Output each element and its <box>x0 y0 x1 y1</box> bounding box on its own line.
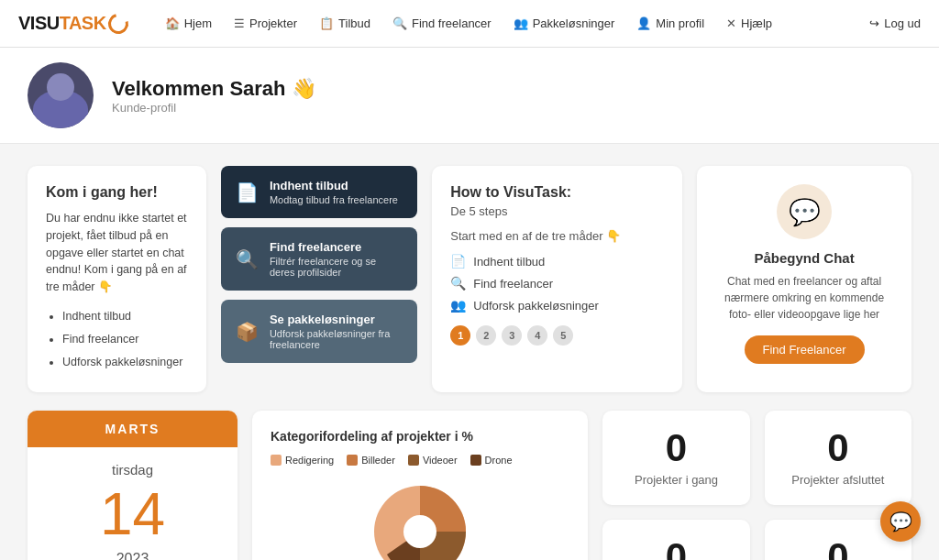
help-icon: ✕ <box>726 16 736 30</box>
nav-item-projekter[interactable]: ☰ Projekter <box>225 11 306 36</box>
action-btn-find-text: Find freelancere Filtrér freelancere og … <box>270 240 403 278</box>
action-btn-find[interactable]: 🔍 Find freelancere Filtrér freelancere o… <box>221 227 417 291</box>
chat-icon-wrap: 💬 <box>777 184 832 239</box>
step-dot-5[interactable]: 5 <box>553 325 573 346</box>
card-howto: How to VisuTask: De 5 steps Start med en… <box>432 166 682 392</box>
card-actions: 📄 Indhent tilbud Modtag tilbud fra freel… <box>221 166 417 392</box>
indhent-icon: 📄 <box>236 181 259 203</box>
stat-value-anmeldelser-givet: 0 <box>666 538 687 560</box>
calendar-year: 2023 <box>42 551 223 560</box>
tilbud-icon: 📋 <box>319 16 334 30</box>
avatar <box>28 62 94 128</box>
chart-legend: Redigering Billeder Videoer Drone <box>271 455 569 466</box>
calendar-day-name: tirsdag <box>42 462 223 478</box>
card-chart: Kategorifordeling af projekter i % Redig… <box>252 411 588 560</box>
step-dots: 1 2 3 4 5 <box>450 325 664 346</box>
profile-type: Kunde-profil <box>112 101 316 115</box>
home-icon: 🏠 <box>165 16 180 30</box>
pie-chart <box>271 477 569 560</box>
howto-item-2: 🔍 Find freelancer <box>450 276 664 291</box>
nav-item-tilbud[interactable]: 📋 Tilbud <box>310 11 380 36</box>
step-dot-4[interactable]: 4 <box>527 325 547 346</box>
card-start-description: Du har endnu ikke startet et projekt, få… <box>46 210 188 296</box>
step-dot-1[interactable]: 1 <box>450 325 470 346</box>
list-item-indhent: Indhent tilbud <box>62 305 188 328</box>
stat-value-projekter-i-gang: 0 <box>666 429 687 467</box>
header-text: Velkommen Sarah 👋 Kunde-profil <box>112 77 316 115</box>
howto-item-1: 📄 Indhent tilbud <box>450 254 664 269</box>
nav-label-projekter: Projekter <box>249 16 297 30</box>
nav-item-pakkelosninger[interactable]: 👥 Pakkeløsninger <box>504 11 624 36</box>
legend-redigering: Redigering <box>271 455 334 466</box>
chat-title: Påbegynd Chat <box>715 250 893 266</box>
profile-icon: 👤 <box>636 16 651 30</box>
card-calendar: MARTS tirsdag 14 2023 <box>28 411 238 560</box>
action-btn-indhent-desc: Modtag tilbud fra freelancere <box>270 194 398 205</box>
logo[interactable]: VISUTASK <box>18 13 128 34</box>
nav-item-hjem[interactable]: 🏠 Hjem <box>156 11 221 36</box>
chat-description: Chat med en freelancer og aftal nærmere … <box>715 273 893 323</box>
card-start-title: Kom i gang her! <box>46 184 188 201</box>
nav-label-find-freelancer: Find freelancer <box>412 16 492 30</box>
calendar-body: tirsdag 14 2023 <box>28 447 238 560</box>
find-icon: 🔍 <box>236 248 259 270</box>
calendar-date: 14 <box>42 485 223 544</box>
stat-anmeldelser-givet: 0 Anmeldelser givet <box>602 520 749 560</box>
logout-button[interactable]: ↪ Log ud <box>869 16 921 30</box>
projects-icon: ☰ <box>234 16 245 30</box>
howto-subtitle-text: De 5 steps <box>450 204 507 218</box>
nav-label-min-profil: Min profil <box>656 16 704 30</box>
nav-item-min-profil[interactable]: 👤 Min profil <box>627 11 713 36</box>
howto-title: How to VisuTask: <box>450 184 664 201</box>
card-chat: 💬 Påbegynd Chat Chat med en freelancer o… <box>697 166 911 392</box>
action-btn-indhent[interactable]: 📄 Indhent tilbud Modtag tilbud fra freel… <box>221 166 417 218</box>
nav-item-hjaelp[interactable]: ✕ Hjælp <box>717 11 781 36</box>
legend-dot-billeder <box>347 455 358 466</box>
stat-label-projekter-afsluttet: Projekter afsluttet <box>791 473 884 487</box>
action-btn-indhent-title: Indhent tilbud <box>270 179 398 192</box>
action-btn-pakke[interactable]: 📦 Se pakkeløsninger Udforsk pakkeløsning… <box>221 300 417 363</box>
action-btn-pakke-title: Se pakkeløsninger <box>270 313 403 326</box>
logout-icon: ↪ <box>869 16 879 30</box>
howto-label-3: Udforsk pakkeløsninger <box>473 299 599 313</box>
nav-label-hjem: Hjem <box>184 16 212 30</box>
step-dot-2[interactable]: 2 <box>476 325 496 346</box>
floating-chat-icon: 💬 <box>889 511 912 533</box>
pakke-icon: 📦 <box>236 321 259 343</box>
list-item-pakke: Udforsk pakkeløsninger <box>62 351 188 374</box>
nav-items: 🏠 Hjem ☰ Projekter 📋 Tilbud 🔍 Find freel… <box>156 11 870 36</box>
legend-dot-redigering <box>271 455 282 466</box>
action-btn-find-title: Find freelancere <box>270 240 403 254</box>
legend-label-redigering: Redigering <box>285 455 334 466</box>
pie-svg <box>365 477 475 560</box>
nav-item-find-freelancer[interactable]: 🔍 Find freelancer <box>383 11 501 36</box>
logout-label: Log ud <box>884 16 921 30</box>
list-item-find: Find freelancer <box>62 328 188 351</box>
howto-icon-2: 🔍 <box>450 276 466 291</box>
stat-value-projekter-afsluttet: 0 <box>827 429 848 467</box>
navbar: VISUTASK 🏠 Hjem ☰ Projekter 📋 Tilbud 🔍 F… <box>0 0 939 48</box>
nav-label-tilbud: Tilbud <box>338 16 370 30</box>
search-icon: 🔍 <box>392 16 407 30</box>
avatar-head <box>47 73 74 101</box>
floating-chat-button[interactable]: 💬 <box>880 501 921 542</box>
howto-intro: Start med en af de tre måder 👇 <box>450 229 664 243</box>
package-icon: 👥 <box>514 16 528 30</box>
calendar-month: MARTS <box>28 411 238 447</box>
legend-label-videoer: Videoer <box>423 455 458 466</box>
howto-icon-3: 👥 <box>450 298 466 313</box>
step-dot-3[interactable]: 3 <box>502 325 522 346</box>
howto-label-2: Find freelancer <box>473 277 553 291</box>
nav-label-hjaelp: Hjælp <box>741 16 772 30</box>
stat-label-projekter-i-gang: Projekter i gang <box>635 473 718 487</box>
logo-text-part1: VISU <box>18 13 60 34</box>
nav-label-pakkelosninger: Pakkeløsninger <box>533 16 615 30</box>
logo-text-part2: TASK <box>60 13 106 34</box>
howto-subtitle: De 5 steps <box>450 204 664 218</box>
chart-title: Kategorifordeling af projekter i % <box>271 429 569 444</box>
welcome-message: Velkommen Sarah 👋 <box>112 77 316 101</box>
card-start: Kom i gang her! Du har endnu ikke starte… <box>28 166 206 392</box>
chat-bubble-icon: 💬 <box>789 197 821 227</box>
legend-drone: Drone <box>470 455 513 466</box>
find-freelancer-button[interactable]: Find Freelancer <box>745 335 865 364</box>
